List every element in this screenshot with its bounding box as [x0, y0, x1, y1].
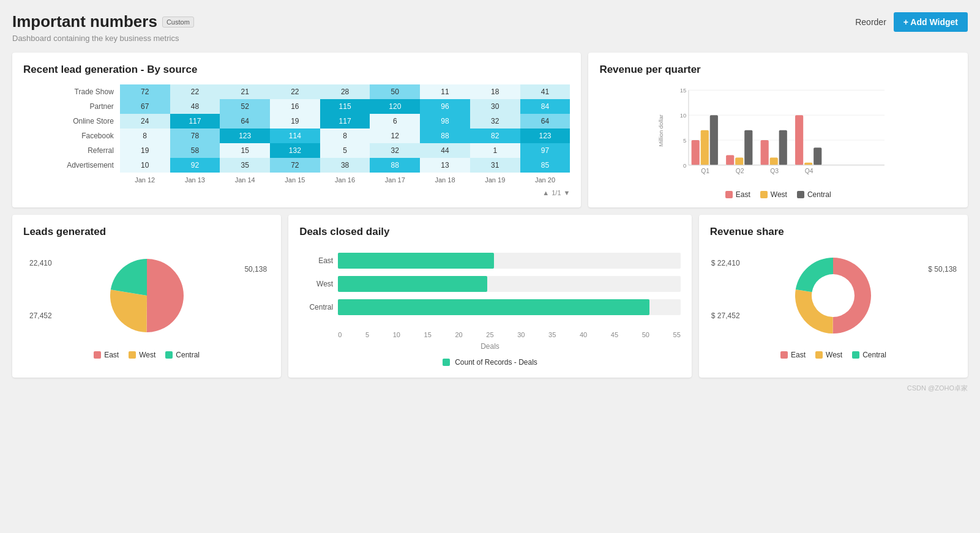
deals-x-tick: 30 — [517, 331, 525, 338]
next-page-icon[interactable]: ▼ — [564, 189, 570, 196]
leads-title: Leads generated — [23, 226, 270, 238]
heatmap-cell: 32 — [470, 114, 520, 129]
pie-slice-west — [110, 289, 147, 332]
heatmap-cell: 21 — [220, 84, 270, 99]
svg-rect-13 — [726, 155, 734, 165]
header-left: Important numbers Custom Dashboard conta… — [12, 12, 194, 43]
legend-dot — [129, 351, 136, 359]
deals-bar-label: East — [299, 256, 333, 265]
deals-bar-track — [338, 253, 681, 269]
heatmap-col-header: Jan 18 — [420, 173, 470, 187]
heatmap-cell: 22 — [170, 84, 220, 99]
svg-text:5: 5 — [683, 137, 686, 144]
heatmap-row-label: Partner — [23, 99, 120, 114]
heatmap-cell: 13 — [420, 158, 470, 173]
revenue-title: Revenue per quarter — [599, 64, 957, 76]
heatmap-cell: 5 — [320, 143, 370, 158]
deals-x-tick: 50 — [642, 331, 649, 338]
leads-legend: EastWestCentral — [23, 351, 270, 359]
heatmap-cell: 120 — [370, 99, 420, 114]
heatmap-cell: 41 — [520, 84, 570, 99]
share-label-west: $ 27,452 — [711, 311, 740, 320]
heatmap-cell: 52 — [220, 99, 270, 114]
deals-x-axis: 0510152025303540455055 — [299, 331, 681, 338]
heatmap-row-label: Facebook — [23, 129, 120, 143]
heatmap-col-header: Jan 17 — [370, 173, 420, 187]
svg-text:15: 15 — [680, 87, 686, 94]
heatmap-cell: 38 — [320, 158, 370, 173]
deals-x-tick: 55 — [673, 331, 681, 338]
legend-dot — [780, 351, 788, 359]
heatmap-cell: 10 — [120, 158, 170, 173]
legend-label: Central — [807, 190, 831, 199]
svg-text:Q1: Q1 — [701, 168, 710, 174]
deals-x-tick: 45 — [611, 331, 618, 338]
legend-label: East — [736, 190, 750, 199]
heatmap-cell: 114 — [270, 129, 320, 143]
deals-x-title: Deals — [299, 342, 681, 351]
heatmap-cell: 8 — [320, 129, 370, 143]
revenue-share-legend-item: Central — [852, 351, 886, 359]
deals-chart: East West Central — [299, 247, 681, 329]
deals-legend-label: Count of Records - Deals — [455, 358, 537, 367]
heatmap-col-header: Jan 14 — [220, 173, 270, 187]
leads-legend-item: West — [129, 351, 155, 359]
share-label-east: $ 50,138 — [928, 265, 957, 274]
deals-bar-track — [338, 276, 681, 292]
deals-x-tick: 40 — [580, 331, 587, 338]
heatmap-cell: 28 — [320, 84, 370, 99]
heatmap-cell: 72 — [270, 158, 320, 173]
prev-page-icon[interactable]: ▲ — [542, 189, 549, 196]
deals-x-tick: 20 — [455, 331, 462, 338]
heatmap-cell: 117 — [170, 114, 220, 129]
leads-pie-area: 22,410 27,452 50,138 — [23, 247, 270, 345]
page-subtitle: Dashboard containing the key business me… — [12, 34, 194, 43]
heatmap-cell: 67 — [120, 99, 170, 114]
deals-bar-track — [338, 299, 681, 315]
legend-dot — [760, 191, 768, 198]
heatmap-table: Trade Show722221222850111841Partner67485… — [23, 84, 570, 187]
heatmap-row-label: Online Store — [23, 114, 120, 129]
revenue-share-legend-item: West — [815, 351, 842, 359]
heatmap-cell: 50 — [370, 84, 420, 99]
top-row: Recent lead generation - By source Trade… — [12, 53, 968, 207]
heatmap-cell: 31 — [470, 158, 520, 173]
heatmap-row-label: Trade Show — [23, 84, 120, 99]
revenue-share-widget: Revenue share $ 22,410 $ 27,452 $ 50,138… — [699, 215, 968, 378]
leads-legend-item: East — [94, 351, 119, 359]
heatmap-cell: 92 — [170, 158, 220, 173]
heatmap-cell: 19 — [120, 143, 170, 158]
svg-text:10: 10 — [680, 112, 686, 119]
deals-x-tick: 0 — [338, 331, 342, 338]
reorder-button[interactable]: Reorder — [855, 17, 886, 27]
bottom-row: Leads generated 22,410 27,452 50,138 Eas… — [12, 215, 968, 378]
deals-x-tick: 15 — [424, 331, 432, 338]
heatmap-cell: 115 — [320, 99, 370, 114]
leads-label-west: 27,452 — [29, 311, 52, 320]
leads-label-east: 50,138 — [244, 265, 267, 274]
heatmap-cell: 88 — [370, 158, 420, 173]
heatmap-cell: 117 — [320, 114, 370, 129]
heatmap-cell: 78 — [170, 129, 220, 143]
legend-label: Central — [862, 351, 886, 359]
add-widget-button[interactable]: + Add Widget — [894, 12, 968, 32]
heatmap-cell: 58 — [170, 143, 220, 158]
svg-rect-22 — [804, 163, 812, 165]
heatmap-cell: 48 — [170, 99, 220, 114]
legend-dot — [797, 191, 804, 198]
deals-legend-dot — [443, 359, 450, 366]
header-right: Reorder + Add Widget — [855, 12, 968, 32]
heatmap-col-header: Jan 13 — [170, 173, 220, 187]
deals-bar-fill — [338, 299, 649, 315]
heatmap-cell: 98 — [420, 114, 470, 129]
svg-rect-10 — [701, 130, 709, 165]
deals-x-tick: 5 — [365, 331, 369, 338]
deals-widget: Deals closed daily East West Central 051… — [288, 215, 692, 378]
heatmap-col-header: Jan 19 — [470, 173, 520, 187]
legend-label: West — [826, 351, 842, 359]
heatmap-cell: 16 — [270, 99, 320, 114]
heatmap-col-header: Jan 20 — [520, 173, 570, 187]
heatmap-cell: 15 — [220, 143, 270, 158]
deals-x-tick: 25 — [486, 331, 493, 338]
legend-dot — [852, 351, 859, 359]
